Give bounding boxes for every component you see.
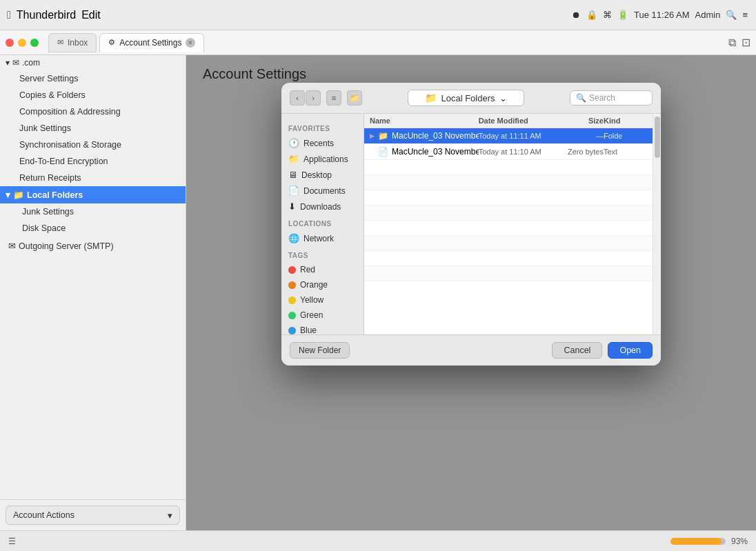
status-bar: ☰ 93% xyxy=(0,530,756,551)
account-email-icon: ✉ xyxy=(12,58,19,68)
account-actions-button[interactable]: Account Actions ▾ xyxy=(6,505,180,525)
document-icon: 📄 xyxy=(378,147,388,157)
sidebar-item-composition-addressing[interactable]: Composition & Addressing xyxy=(0,103,186,120)
sidebar-item-copies-folders[interactable]: Copies & Folders xyxy=(0,87,186,103)
sidebar-local-folders-header[interactable]: ▾ 📁 Local Folders xyxy=(0,186,186,203)
fp-blue-label: Blue xyxy=(300,325,317,334)
sidebar-item-end-to-end-encryption[interactable]: End-To-End Encryption xyxy=(0,153,186,170)
app-name-menu[interactable]: Thunderbird xyxy=(17,9,76,21)
back-button[interactable]: ‹ xyxy=(290,90,305,106)
sidebar-item-outgoing-server[interactable]: ✉ Outgoing Server (SMTP) xyxy=(0,237,186,255)
fp-tag-orange[interactable]: Orange xyxy=(281,277,364,292)
cancel-button[interactable]: Cancel xyxy=(552,342,602,359)
orange-tag-dot xyxy=(288,281,296,289)
local-folders-expand-icon: ▾ xyxy=(6,190,10,200)
sidebar-item-server-settings[interactable]: Server Settings xyxy=(0,70,186,87)
desktop-icon: 🖥 xyxy=(288,170,297,180)
downloads-icon: ⬇ xyxy=(288,201,296,212)
location-dropdown[interactable]: 📁 Local Folders ⌄ xyxy=(408,90,524,106)
status-menu-icon[interactable]: ☰ xyxy=(8,537,16,546)
fp-sidebar-recents[interactable]: 🕐 Recents xyxy=(281,135,364,151)
empty-rows xyxy=(364,160,653,298)
minimize-window-button[interactable] xyxy=(18,39,26,47)
search-box[interactable]: 🔍 Search xyxy=(570,90,653,106)
nav-btn-group: ‹ › xyxy=(290,90,321,106)
file-row-2[interactable]: ▶ 📄 MacUncle_03 November 2020 11.10.38 A… xyxy=(364,144,653,160)
tab-account-settings[interactable]: ⚙ Account Settings ✕ xyxy=(99,33,204,52)
sidebar-item-junk-settings-local[interactable]: Junk Settings xyxy=(0,203,186,220)
fp-recents-label: Recents xyxy=(304,139,334,148)
location-chevron-icon: ⌄ xyxy=(499,93,507,103)
fp-sidebar-downloads[interactable]: ⬇ Downloads xyxy=(281,199,364,214)
copy-icon[interactable]: ⧉ xyxy=(728,37,736,49)
sidebar-item-synchronisation-storage[interactable]: Synchronisation & Storage xyxy=(0,137,186,153)
layout-icon[interactable]: ⊡ xyxy=(742,36,750,49)
browser-chrome: ✉ Inbox ⚙ Account Settings ✕ ⧉ ⊡ xyxy=(0,30,756,55)
file-picker-dialog: ‹ › ≡ 📁 📁 Local Folders ⌄ 🔍 xyxy=(281,83,661,365)
folder-icon: 📁 xyxy=(378,131,388,141)
file-picker-scrollbar[interactable] xyxy=(653,114,661,334)
account-actions-chevron-icon: ▾ xyxy=(168,510,172,521)
fp-sidebar-network[interactable]: 🌐 Network xyxy=(281,230,364,246)
inbox-tab-label: Inbox xyxy=(68,38,88,48)
open-button[interactable]: Open xyxy=(608,342,653,359)
outgoing-server-label: Outgoing Server (SMTP) xyxy=(19,241,114,251)
fp-sidebar-applications[interactable]: 📁 Applications xyxy=(281,151,364,167)
fp-sidebar-desktop[interactable]: 🖥 Desktop xyxy=(281,167,364,183)
sidebar-account[interactable]: ▾ ✉ .com xyxy=(0,55,186,70)
recents-icon: 🕐 xyxy=(288,138,299,148)
blue-tag-dot xyxy=(288,327,296,334)
progress-bar xyxy=(670,538,726,545)
sidebar: ▾ ✉ .com Server Settings Copies & Folder… xyxy=(0,55,186,530)
tab-close-button[interactable]: ✕ xyxy=(186,38,195,48)
file-picker-actions: Cancel Open xyxy=(552,342,653,359)
column-size: Size xyxy=(560,117,604,125)
file-picker-body: Favorites 🕐 Recents 📁 Applications 🖥 Des… xyxy=(281,114,661,334)
tab-inbox[interactable]: ✉ Inbox xyxy=(48,33,97,52)
fp-sidebar-documents[interactable]: 📄 Documents xyxy=(281,183,364,199)
file-name-1: ▶ 📁 MacUncle_03 November 2020 11.10.38 A… xyxy=(370,131,479,141)
apple-logo-icon:  xyxy=(7,9,11,21)
fp-tag-blue[interactable]: Blue xyxy=(281,323,364,334)
sidebar-item-return-receipts[interactable]: Return Receipts xyxy=(0,170,186,186)
search-icon[interactable]: 🔍 xyxy=(726,10,737,20)
fp-tag-yellow[interactable]: Yellow xyxy=(281,292,364,308)
tags-section-label: Tags xyxy=(281,246,364,262)
lock-icon: 🔒 xyxy=(586,10,597,20)
file-label-2: MacUncle_03 November 2020 11.10.38 AM xyxy=(392,147,479,157)
expand-arrow-icon: ▶ xyxy=(370,132,375,139)
new-folder-button[interactable]: New Folder xyxy=(290,342,350,359)
column-name: Name xyxy=(370,117,479,125)
file-size-2: Zero bytes xyxy=(560,148,604,156)
fp-green-label: Green xyxy=(300,310,323,320)
file-picker-footer: New Folder Cancel Open xyxy=(281,334,661,365)
browser-right: ⧉ ⊡ xyxy=(728,36,750,49)
new-folder-toolbar-button[interactable]: 📁 xyxy=(347,90,362,106)
location-selector: 📁 Local Folders ⌄ xyxy=(368,90,564,106)
close-window-button[interactable] xyxy=(6,39,14,47)
sidebar-item-junk-settings[interactable]: Junk Settings xyxy=(0,120,186,137)
edit-menu[interactable]: Edit xyxy=(81,9,101,21)
tab-bar: ✉ Inbox ⚙ Account Settings ✕ xyxy=(48,33,724,52)
title-bar:  Thunderbird Edit ⏺ 🔒 ⌘ 🔋 Tue 11:26 AM … xyxy=(0,0,756,30)
sidebar-footer: Account Actions ▾ xyxy=(0,499,186,530)
sidebar-item-disk-space[interactable]: Disk Space xyxy=(0,220,186,237)
file-picker-main: Name Date Modified Size Kind ▶ 📁 MacUncl… xyxy=(364,114,653,334)
maximize-window-button[interactable] xyxy=(30,39,39,47)
favorites-section-label: Favorites xyxy=(281,119,364,135)
scrollbar-thumb[interactable] xyxy=(655,117,660,158)
record-icon: ⏺ xyxy=(572,10,581,20)
documents-icon: 📄 xyxy=(288,186,299,196)
account-settings-tab-label: Account Settings xyxy=(119,38,181,48)
forward-button[interactable]: › xyxy=(306,90,321,106)
menu-icon[interactable]: ≡ xyxy=(742,10,748,20)
inbox-tab-icon: ✉ xyxy=(57,38,63,47)
local-folders-icon: 📁 xyxy=(13,190,24,200)
file-kind-2: Text xyxy=(604,148,647,156)
locations-section-label: Locations xyxy=(281,214,364,230)
file-row-1[interactable]: ▶ 📁 MacUncle_03 November 2020 11.10.38 A… xyxy=(364,128,653,144)
battery-icon: 🔋 xyxy=(617,10,628,20)
fp-tag-red[interactable]: Red xyxy=(281,262,364,277)
fp-tag-green[interactable]: Green xyxy=(281,308,364,323)
list-view-button[interactable]: ≡ xyxy=(326,90,341,106)
